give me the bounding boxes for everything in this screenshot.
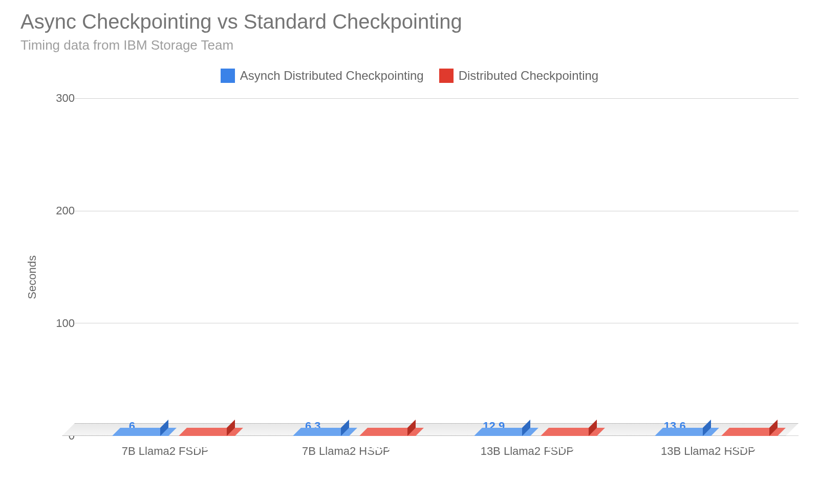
- bar-group: 12.9266.9: [444, 98, 610, 436]
- bar-group: 664.4: [82, 98, 248, 436]
- x-tick-label: 13B Llama2 FSDP: [444, 445, 610, 458]
- bar-group: 6.3148.8: [263, 98, 429, 436]
- chart-title: Async Checkpointing vs Standard Checkpoi…: [20, 10, 799, 33]
- bar-value-label: 148.8: [365, 440, 394, 453]
- legend-item-standard: Distributed Checkpointing: [439, 69, 598, 83]
- x-tick-label: 7B Llama2 FSDP: [82, 445, 248, 458]
- bar-group: 13.6213.3: [625, 98, 791, 436]
- legend-label: Distributed Checkpointing: [459, 69, 598, 83]
- bar: 6: [104, 420, 160, 436]
- chart-subtitle: Timing data from IBM Storage Team: [20, 37, 799, 53]
- y-axis: 300 200 100 0: [44, 93, 75, 462]
- bar-value-label: 64.4: [187, 440, 209, 453]
- y-axis-label: Seconds: [20, 255, 39, 299]
- plot-area: 664.46.3148.812.9266.913.6213.3 7B Llama…: [75, 93, 799, 462]
- x-axis: 7B Llama2 FSDP 7B Llama2 HSDP 13B Llama2…: [75, 441, 799, 462]
- bar: 13.6: [646, 420, 703, 436]
- legend-swatch-icon: [221, 69, 235, 83]
- legend-swatch-icon: [439, 69, 454, 83]
- legend-item-async: Asynch Distributed Checkpointing: [221, 69, 424, 83]
- bar: 12.9: [466, 420, 522, 436]
- bar-value-label: 266.9: [546, 440, 574, 453]
- bars-container: 664.46.3148.812.9266.913.6213.3: [75, 98, 799, 436]
- bar-value-label: 213.3: [727, 440, 756, 453]
- bar: 6.3: [285, 420, 341, 436]
- legend: Asynch Distributed Checkpointing Distrib…: [20, 69, 799, 83]
- x-tick-label: 7B Llama2 HSDP: [263, 445, 429, 458]
- chart-area: Seconds 300 200 100 0 664.46.3148.812.92…: [20, 93, 799, 462]
- legend-label: Asynch Distributed Checkpointing: [240, 69, 424, 83]
- x-tick-label: 13B Llama2 HSDP: [625, 445, 791, 458]
